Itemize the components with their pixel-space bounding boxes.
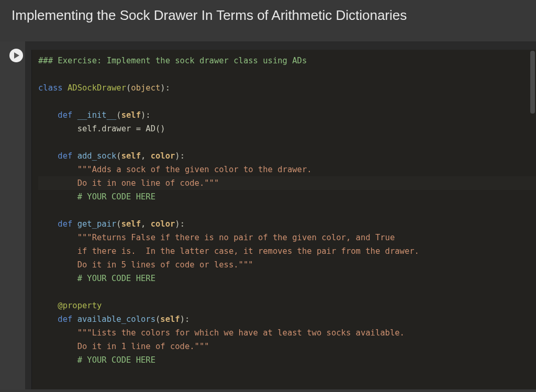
init-body: self.drawer = AD(): [77, 124, 165, 133]
fn-add-sock: add_sock: [77, 151, 117, 161]
param-color: color: [151, 151, 175, 161]
fn-get-pair: get_pair: [77, 219, 117, 229]
class-name: ADSockDrawer: [68, 83, 126, 93]
base-class: object: [131, 83, 160, 93]
kw-def: def: [58, 110, 72, 120]
your-code-marker: # YOUR CODE HERE: [77, 274, 155, 283]
fn-available-colors: available_colors: [77, 315, 155, 324]
code-cell: ### Exercise: Implement the sock drawer …: [0, 41, 536, 389]
docstring: Do it in one line of code.""": [77, 178, 219, 188]
decorator-property: @property: [58, 301, 102, 310]
your-code-marker: # YOUR CODE HERE: [77, 355, 155, 365]
param-self: self: [121, 219, 141, 229]
cell-gutter: [0, 41, 25, 389]
code-comment: ### Exercise: Implement the sock drawer …: [38, 56, 307, 65]
docstring: Do it in 1 line of code.""": [77, 342, 209, 351]
code-content: ### Exercise: Implement the sock drawer …: [38, 54, 536, 367]
your-code-marker: # YOUR CODE HERE: [77, 192, 155, 201]
kw-def: def: [58, 315, 72, 324]
page-title: Implementing the Sock Drawer In Terms of…: [0, 0, 536, 31]
kw-def: def: [58, 219, 72, 229]
docstring: Do it in 5 lines of code or less.""": [77, 260, 253, 270]
play-icon: [14, 52, 20, 59]
docstring: """Returns False if there is no pair of …: [77, 233, 395, 242]
scrollbar[interactable]: [530, 51, 535, 114]
kw-def: def: [58, 151, 72, 161]
kw-class: class: [38, 83, 63, 93]
param-self: self: [121, 151, 141, 161]
docstring: if there is. In the latter case, it remo…: [77, 247, 419, 256]
fn-init: __init__: [77, 110, 117, 120]
run-cell-button[interactable]: [9, 49, 23, 62]
docstring: """Lists the colors for which we have at…: [77, 328, 405, 338]
docstring: """Adds a sock of the given color to the…: [77, 165, 312, 174]
param-color: color: [151, 219, 175, 229]
code-editor[interactable]: ### Exercise: Implement the sock drawer …: [31, 50, 536, 389]
param-self: self: [121, 110, 141, 120]
param-self: self: [160, 315, 180, 324]
